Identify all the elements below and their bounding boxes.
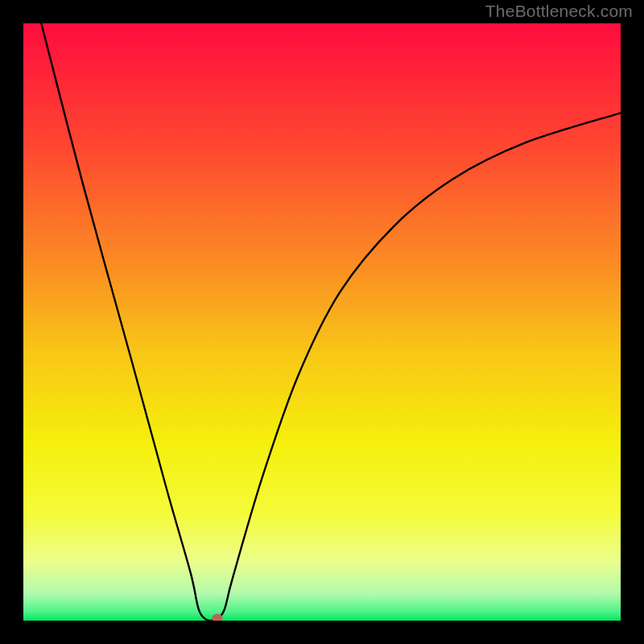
curve-svg — [23, 23, 621, 621]
plot-area — [23, 23, 621, 621]
watermark: TheBottleneck.com — [485, 2, 633, 21]
optimum-marker — [213, 614, 223, 621]
bottleneck-curve — [41, 23, 621, 621]
